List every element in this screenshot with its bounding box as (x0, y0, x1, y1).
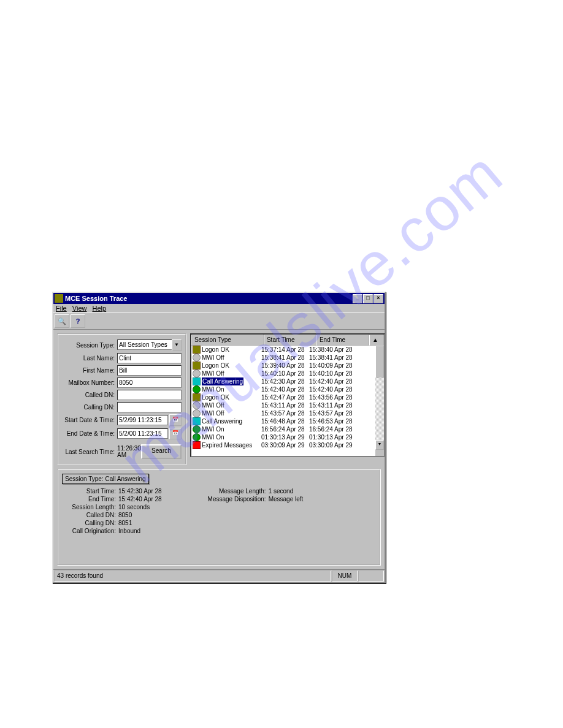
start-date-label: Start Date & Time: (62, 417, 117, 423)
session-type-icon (193, 377, 201, 385)
session-type-value: All Session Types (117, 339, 172, 350)
end-date-picker-button[interactable]: 📅 (169, 428, 182, 439)
help-icon: ? (76, 317, 80, 325)
close-button[interactable]: × (373, 294, 383, 303)
end-time-cell: 15:43:57 Apr 28 (309, 409, 357, 417)
help-button[interactable]: ? (71, 314, 85, 328)
maximize-button[interactable]: □ (363, 294, 373, 303)
session-type-icon (193, 385, 201, 393)
start-time-cell: 16:56:24 Apr 28 (261, 425, 309, 433)
list-row[interactable]: Expired Messages03:30:09 Apr 2903:30:09 … (191, 441, 384, 449)
list-row[interactable]: Logon OK15:42:47 Apr 2815:43:56 Apr 28 (191, 393, 384, 401)
menu-view[interactable]: View (72, 305, 87, 312)
end-time-cell: 15:40:09 Apr 28 (309, 362, 357, 370)
status-empty (358, 571, 384, 582)
menu-help[interactable]: Help (93, 305, 107, 312)
session-type-icon (193, 354, 201, 362)
calendar-icon: 📅 (172, 430, 178, 436)
session-type-icon (193, 433, 201, 441)
list-row[interactable]: Logon OK15:37:14 Apr 2815:38:40 Apr 28 (191, 346, 384, 354)
col-session-type[interactable]: Session Type (191, 335, 264, 346)
detail-call-origination-value: Inbound (118, 528, 140, 534)
session-type-text: MWI Off (202, 370, 224, 377)
scroll-down-button[interactable]: ▼ (375, 440, 384, 450)
find-button[interactable]: 🔍 (55, 314, 69, 328)
search-button[interactable]: Search (141, 444, 182, 459)
end-time-cell: 01:30:13 Apr 29 (309, 433, 357, 441)
list-row[interactable]: MWI Off15:43:11 Apr 2815:43:11 Apr 28 (191, 401, 384, 409)
session-type-text: Call Answering (202, 377, 243, 385)
start-time-cell: 15:40:10 Apr 28 (261, 370, 309, 377)
toolbar: 🔍 ? (53, 313, 385, 330)
session-type-icon (193, 393, 201, 401)
calling-dn-input[interactable] (117, 402, 182, 412)
col-start-time[interactable]: Start Time (264, 335, 316, 346)
detail-called-dn-label: Called DN: (62, 512, 118, 518)
list-row[interactable]: Call Answering15:46:48 Apr 2815:46:53 Ap… (191, 417, 384, 425)
start-time-cell: 15:39:40 Apr 28 (261, 362, 309, 370)
start-time-cell: 15:46:48 Apr 28 (261, 417, 309, 425)
session-type-text: MWI On (202, 433, 224, 441)
detail-end-time-label: End Time: (62, 496, 118, 502)
last-name-input[interactable]: Clint (117, 353, 182, 363)
list-row[interactable]: MWI Off15:43:57 Apr 2815:43:57 Apr 28 (191, 409, 384, 417)
list-row[interactable]: MWI On16:56:24 Apr 2816:56:24 Apr 28 (191, 425, 384, 433)
first-name-input[interactable]: Bill (117, 365, 182, 376)
session-type-icon (193, 425, 201, 433)
session-type-icon (193, 441, 201, 449)
detail-panel: Session Type: Call Answering Start Time:… (57, 469, 381, 566)
end-time-cell: 15:40:10 Apr 28 (309, 370, 357, 377)
list-body: Logon OK15:37:14 Apr 2815:38:40 Apr 28MW… (191, 346, 384, 456)
session-type-label: Session Type: (62, 342, 117, 349)
scrollbar[interactable]: ▼ (375, 346, 384, 456)
end-time-cell: 15:43:56 Apr 28 (309, 393, 357, 401)
first-name-label: First Name: (62, 367, 117, 374)
list-row[interactable]: MWI Off15:40:10 Apr 2815:40:10 Apr 28 (191, 370, 384, 377)
scroll-track[interactable] (375, 377, 384, 440)
session-type-icon (193, 346, 201, 354)
detail-call-origination-label: Call Origination: (62, 528, 118, 534)
end-time-cell: 15:38:41 Apr 28 (309, 354, 357, 362)
mailbox-number-input[interactable]: 8050 (117, 377, 182, 388)
detail-end-time-value: 15:42:40 Apr 28 (118, 496, 162, 502)
start-date-picker-button[interactable]: 📅 (169, 414, 182, 426)
session-type-text: Logon OK (202, 393, 229, 401)
session-type-text: MWI Off (202, 409, 224, 417)
menu-file[interactable]: File (56, 305, 67, 312)
calendar-icon: 📅 (172, 417, 178, 422)
dropdown-arrow-icon[interactable]: ▼ (172, 339, 182, 351)
app-icon (55, 294, 63, 303)
end-time-cell: 15:46:53 Apr 28 (309, 417, 357, 425)
end-time-cell: 15:43:11 Apr 28 (309, 401, 357, 409)
session-type-select[interactable]: All Session Types ▼ (117, 339, 182, 351)
detail-session-type-badge: Session Type: Call Answering (62, 474, 149, 484)
list-row[interactable]: Logon OK15:39:40 Apr 2815:40:09 Apr 28 (191, 362, 384, 370)
end-time-cell: 15:38:40 Apr 28 (309, 346, 357, 354)
session-type-icon (193, 362, 201, 370)
session-type-text: Call Answering (202, 417, 242, 425)
list-row[interactable]: MWI On15:42:40 Apr 2815:42:40 Apr 28 (191, 385, 384, 393)
scroll-up-button[interactable]: ▲ (369, 335, 384, 346)
app-window: MCE Session Trace _ □ × File View Help 🔍… (52, 292, 386, 583)
called-dn-input[interactable] (117, 390, 182, 400)
scroll-thumb[interactable] (375, 346, 384, 377)
calling-dn-label: Calling DN: (62, 404, 117, 411)
start-time-cell: 15:42:40 Apr 28 (261, 385, 309, 393)
list-row[interactable]: MWI Off15:38:41 Apr 2815:38:41 Apr 28 (191, 354, 384, 362)
minimize-button[interactable]: _ (353, 294, 362, 303)
start-time-cell: 15:37:14 Apr 28 (261, 346, 309, 354)
session-type-text: Logon OK (202, 346, 229, 354)
session-type-icon (193, 370, 201, 377)
end-date-input[interactable]: 5/2/00 11:23:15 AM (117, 428, 168, 439)
list-row[interactable]: MWI On01:30:13 Apr 2901:30:13 Apr 29 (191, 433, 384, 441)
list-row[interactable]: Call Answering15:42:30 Apr 2815:42:40 Ap… (191, 377, 384, 385)
detail-start-time-label: Start Time: (62, 488, 118, 495)
start-time-cell: 03:30:09 Apr 29 (261, 441, 309, 449)
detail-message-disposition-label: Message Disposition: (199, 496, 269, 502)
start-date-input[interactable]: 5/2/99 11:23:15 AM (117, 415, 168, 425)
called-dn-label: Called DN: (62, 392, 117, 398)
titlebar: MCE Session Trace _ □ × (53, 293, 385, 304)
session-type-text: MWI Off (202, 354, 224, 362)
col-end-time[interactable]: End Time (316, 335, 369, 346)
start-time-cell: 01:30:13 Apr 29 (261, 433, 309, 441)
